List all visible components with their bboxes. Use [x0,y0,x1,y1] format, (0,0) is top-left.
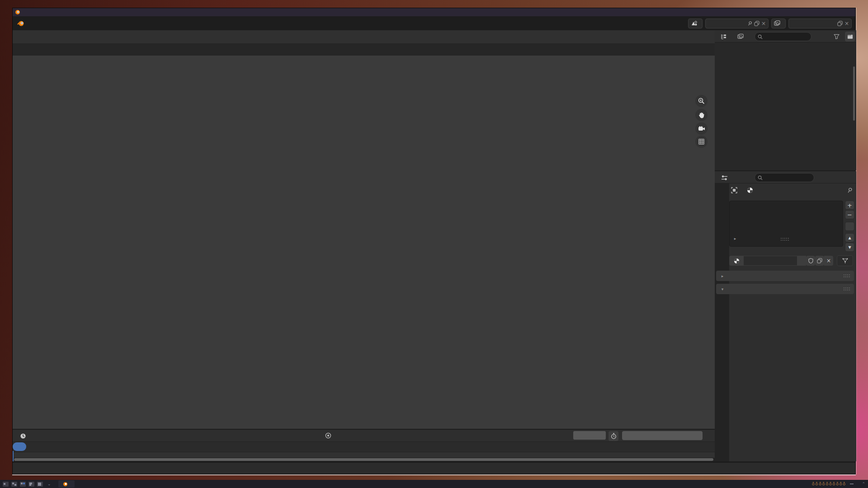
taskbar-collapse-icon[interactable]: ⌄ [47,482,51,486]
breadcrumb [731,185,853,195]
new-viewlayer-icon [837,21,843,26]
pin-icon [746,19,753,27]
scene-browse-button[interactable] [688,19,703,28]
timeline-ruler[interactable] [13,442,715,452]
material-users-count[interactable] [797,256,806,266]
outliner-search-input[interactable] [755,32,811,41]
blender-window: × × [12,8,856,474]
move-slot-down-button[interactable]: ▼ [845,243,854,252]
scene-name-field[interactable]: × [705,19,769,28]
material-datablock-row: × [729,256,853,266]
camera-view-icon[interactable] [695,122,708,135]
properties-editor-type-button[interactable] [717,173,731,183]
zoom-tool-icon[interactable] [695,95,708,107]
remove-material-slot-button[interactable]: − [845,210,854,219]
window-titlebar[interactable] [13,8,855,16]
tool-settings-bar [13,44,715,56]
scene-selectors: × × [688,19,852,28]
viewlayer-name-field[interactable]: × [788,19,852,28]
topbar: × × [13,16,855,30]
taskbar-menu-chevron[interactable]: ⌃ [862,482,865,486]
slot-list-expand-icon[interactable]: ▸ [732,236,738,241]
properties-header [715,171,856,183]
outliner-scrollbar[interactable] [853,66,855,121]
viewlayer-browse-button[interactable] [771,19,786,28]
current-frame-field[interactable] [573,431,606,440]
unlink-scene-icon: × [761,20,766,27]
playhead-line[interactable] [13,451,14,461]
tray-badge[interactable] [850,483,854,484]
workspace-pager-2[interactable] [11,482,17,487]
blender-app-icon[interactable] [17,20,24,27]
outliner-header [715,30,856,42]
outliner-filter-display-button[interactable] [734,32,747,42]
pin-id-icon[interactable] [847,187,853,193]
playhead[interactable] [13,442,26,451]
new-scene-icon [754,21,760,26]
timeline-track[interactable] [13,452,715,458]
workspace-pager-5[interactable] [37,482,43,487]
material-node-filter-button[interactable] [837,255,853,266]
slot-list-grip[interactable] [780,237,789,241]
add-material-slot-button[interactable]: + [845,201,854,210]
properties-search-input[interactable] [755,173,814,182]
timeline-header [13,430,715,442]
outliner-filter-button[interactable] [829,32,844,42]
funnel-icon [834,34,840,39]
outliner-editor [715,30,856,170]
unlink-material-icon[interactable]: × [824,256,833,266]
timeline-editor-type-button[interactable] [15,431,31,441]
taskbar-blender-icon [63,482,68,487]
clock-icon [20,433,26,439]
taskbar-window-button[interactable] [58,480,75,488]
record-button[interactable] [324,432,333,440]
desktop-taskbar: ⌄ ♁♁♁♁♁♁♁♁♁♁ ⌃ [0,480,868,488]
viewport-3d[interactable] [13,56,715,429]
auto-keying-stopwatch-icon[interactable] [609,431,618,441]
new-material-icon[interactable] [815,256,824,266]
navigation-gizmo[interactable] [666,58,704,96]
blender-logo-icon [15,9,20,15]
timeline-scrollbar[interactable] [13,458,715,461]
viewport-header [13,30,715,44]
fake-user-shield-icon[interactable] [806,256,815,266]
toggle-perspective-icon[interactable] [695,136,708,148]
properties-tab-strip [715,183,729,461]
timeline-editor [13,430,715,461]
material-specials-button[interactable] [845,222,854,231]
tray-icons[interactable]: ♁♁♁♁♁♁♁♁♁♁ [812,482,846,486]
scene-render [13,56,715,429]
workspace-pager-3[interactable] [20,482,26,487]
frame-range-group [622,431,703,440]
status-bar [13,462,855,474]
move-slot-up-button[interactable]: ▲ [845,233,854,242]
search-icon [758,175,763,180]
outliner-display-mode-button[interactable] [717,32,731,42]
search-icon [758,34,763,39]
new-collection-button[interactable] [845,32,855,42]
object-icon [731,187,737,193]
workspace-pager-1[interactable] [3,482,9,487]
material-name-field[interactable] [744,256,797,266]
pan-tool-icon[interactable] [695,109,708,121]
surface-panel-header[interactable]: ▾ [716,284,854,294]
preview-panel-header[interactable]: ▸ [716,271,854,281]
workspace-pager-4[interactable] [28,482,34,487]
material-icon [747,187,753,193]
material-slot-list: ▸ [729,201,843,247]
browse-material-button[interactable] [729,256,744,266]
remove-viewlayer-icon: × [844,20,849,27]
properties-editor: ▸ + − ▲ ▼ × ▸ ▾ [715,171,856,461]
